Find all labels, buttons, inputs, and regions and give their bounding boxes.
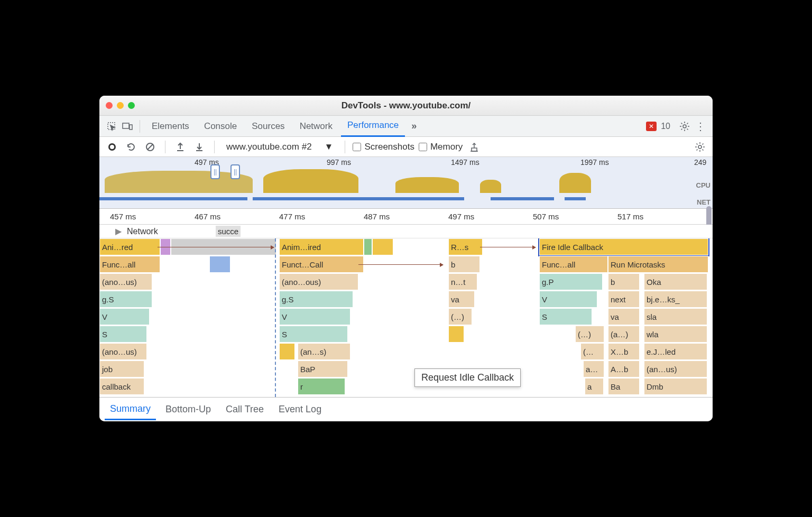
kebab-icon[interactable]: ⋮ <box>694 119 707 133</box>
tab-event-log[interactable]: Event Log <box>273 400 327 419</box>
tab-network[interactable]: Network <box>293 116 339 137</box>
flame-block[interactable]: g.S <box>99 291 152 308</box>
flame-block[interactable]: (an…s) <box>298 343 350 360</box>
flame-block[interactable]: V <box>279 308 350 325</box>
flame-block[interactable]: (an…us) <box>644 361 707 377</box>
screenshots-checkbox[interactable]: Screenshots <box>353 142 414 152</box>
flame-block[interactable]: a… <box>583 361 604 377</box>
range-handle-left[interactable]: || <box>210 164 220 179</box>
flame-block[interactable]: S <box>279 326 348 343</box>
flame-block[interactable]: Fire Idle Callback <box>539 238 708 255</box>
flame-block[interactable]: callback <box>99 378 144 395</box>
flame-block[interactable]: r <box>298 378 345 395</box>
download-icon[interactable] <box>192 140 207 154</box>
record-button[interactable] <box>105 140 119 154</box>
flame-block[interactable]: Funct…Call <box>279 256 364 273</box>
overview-tick: 1497 ms <box>451 158 479 167</box>
flame-block[interactable]: V <box>99 308 150 325</box>
expand-arrow-icon[interactable]: ▶ <box>115 226 122 236</box>
recording-select[interactable]: www.youtube.com #2▼ <box>222 140 337 154</box>
tab-call-tree[interactable]: Call Tree <box>220 400 269 419</box>
tab-bottom-up[interactable]: Bottom-Up <box>160 400 216 419</box>
error-count[interactable]: 10 <box>661 122 670 131</box>
flame-block[interactable]: BaP <box>298 361 348 377</box>
gc-icon[interactable] <box>467 140 482 154</box>
flame-block[interactable] <box>364 238 372 255</box>
flame-block[interactable]: n…t <box>448 273 477 290</box>
flame-block[interactable]: S <box>539 308 592 325</box>
network-label: Network <box>127 227 158 236</box>
flame-block[interactable]: Run Microtasks <box>608 256 708 273</box>
flame-block[interactable]: g.S <box>279 291 353 308</box>
flame-block[interactable]: A…b <box>608 361 640 377</box>
flame-block[interactable]: Ba <box>608 378 640 395</box>
flame-block[interactable]: X…b <box>608 343 640 360</box>
flame-block[interactable]: V <box>539 291 597 308</box>
flame-block[interactable]: Ani…red <box>99 238 160 255</box>
svg-rect-5 <box>472 148 477 151</box>
svg-point-3 <box>683 125 686 128</box>
flame-block[interactable]: (…) <box>448 308 472 325</box>
overview-tick: 1997 ms <box>580 158 609 167</box>
reload-button[interactable] <box>124 140 139 154</box>
scroll-indicator[interactable] <box>706 206 712 227</box>
settings-icon[interactable] <box>693 140 707 154</box>
tab-console[interactable]: Console <box>198 116 243 137</box>
flame-block[interactable]: b <box>608 273 640 290</box>
flame-block[interactable]: (…) <box>575 326 604 343</box>
tab-sources[interactable]: Sources <box>245 116 291 137</box>
flame-block[interactable]: b <box>448 256 480 273</box>
flame-block[interactable]: R…s <box>448 238 483 255</box>
range-handle-right[interactable]: || <box>230 164 240 179</box>
flame-block[interactable]: job <box>99 361 144 377</box>
flame-block[interactable]: S <box>99 326 147 343</box>
tab-elements[interactable]: Elements <box>145 116 196 137</box>
flame-chart[interactable]: Request Idle Callback Ani…redAnim…iredR…… <box>99 238 713 397</box>
flame-block[interactable]: Dmb <box>644 378 707 395</box>
flame-block[interactable]: va <box>608 308 640 325</box>
flame-block[interactable]: va <box>448 291 475 308</box>
flame-block[interactable]: e.J…led <box>644 343 707 360</box>
flame-block[interactable]: (ano…ous) <box>279 273 358 290</box>
flame-block[interactable]: (… <box>580 343 604 360</box>
flame-block[interactable]: sla <box>644 308 707 325</box>
gear-icon[interactable] <box>678 119 691 133</box>
flame-block[interactable]: wla <box>644 326 707 343</box>
flame-block[interactable]: (a…) <box>608 326 640 343</box>
network-request-pill[interactable]: succe <box>216 226 241 237</box>
upload-icon[interactable] <box>173 140 188 154</box>
device-icon[interactable] <box>121 119 134 133</box>
flame-block[interactable]: g.P <box>539 273 603 290</box>
flame-block[interactable]: Anim…ired <box>279 238 364 255</box>
tab-performance[interactable]: Performance <box>341 116 405 137</box>
clear-button[interactable] <box>143 140 158 154</box>
tab-summary[interactable]: Summary <box>105 399 156 420</box>
flame-block[interactable]: (ano…us) <box>99 343 147 360</box>
flame-block[interactable] <box>209 256 230 273</box>
memory-checkbox[interactable]: Memory <box>419 142 463 152</box>
chevron-down-icon: ▼ <box>325 142 334 152</box>
overview-tick: 249 <box>694 158 706 167</box>
flame-block[interactable]: Func…all <box>539 256 608 273</box>
svg-rect-2 <box>130 125 132 130</box>
recording-label: www.youtube.com #2 <box>226 142 312 152</box>
more-tabs-icon[interactable]: » <box>407 119 421 133</box>
error-icon[interactable]: ✕ <box>646 122 657 131</box>
inspect-icon[interactable] <box>105 119 118 133</box>
timeline-overview[interactable]: 497 ms997 ms1497 ms1997 ms249 || || CPU … <box>99 157 713 209</box>
flame-block[interactable] <box>372 238 393 255</box>
flame-block[interactable]: Func…all <box>99 256 160 273</box>
screenshots-label: Screenshots <box>364 142 414 152</box>
flame-block[interactable]: a <box>585 378 604 395</box>
flame-block[interactable] <box>279 343 295 360</box>
flame-block[interactable]: bj.e…ks_ <box>644 291 707 308</box>
flame-tooltip: Request Idle Callback <box>414 368 521 387</box>
flame-block[interactable] <box>448 326 464 343</box>
detail-ruler[interactable]: 457 ms467 ms477 ms487 ms497 ms507 ms517 … <box>99 209 713 225</box>
flame-block[interactable]: (ano…us) <box>99 273 152 290</box>
network-track[interactable]: ▶ Network succe <box>99 225 713 238</box>
divider <box>345 141 345 153</box>
ruler-tick: 517 ms <box>617 212 643 221</box>
flame-block[interactable]: next <box>608 291 640 308</box>
flame-block[interactable]: Oka <box>644 273 707 290</box>
